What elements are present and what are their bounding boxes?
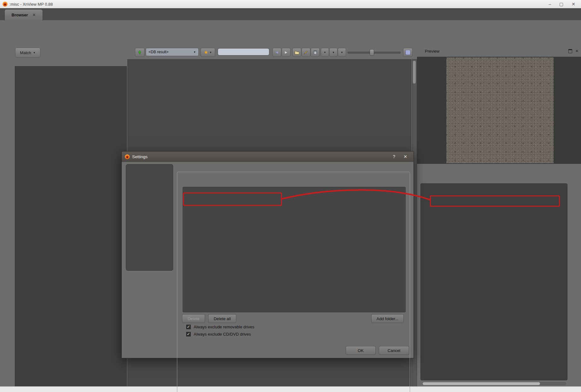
main-toolbar [0,30,581,45]
trash-icon [313,50,317,55]
delete-button-toolbar[interactable] [311,48,320,57]
db-result-value: <DB result> [149,50,168,54]
pencil-icon [304,50,308,55]
close-button[interactable]: ✕ [572,2,575,7]
dialog-help-button[interactable]: ? [393,154,395,159]
xnview-window: :misc - XnView MP 0.88 – ▢ ✕ Browser ✕ M… [0,0,581,392]
delete-all-button[interactable]: Delete all [208,314,236,323]
checkbox-icon[interactable]: ✓ [186,324,191,330]
history-back-button[interactable]: ◄ [273,48,281,57]
preview-image [446,57,554,163]
checkbox-removable-label: Always exclude removable drives [194,325,254,329]
excluded-paths-list [183,187,406,312]
star-icon: ★ [204,49,208,55]
match-label: Match [20,50,31,55]
thumbnail-size-slider-handle[interactable] [370,49,374,56]
new-folder-icon [295,50,299,55]
up-arrow-icon [138,50,142,55]
rename-button[interactable] [302,48,310,57]
thumbnail-size-button[interactable] [403,48,413,57]
checkbox-cddvd-label: Always exclude CD/DVD drives [194,332,251,337]
menu-bar [0,20,581,30]
settings-dialog-title: Settings [132,154,148,159]
properties-table [420,183,567,380]
tab-close-icon[interactable]: ✕ [32,13,36,17]
tab-browser-label: Browser [12,13,28,17]
new-folder-button[interactable] [292,48,301,57]
properties-hscrollbar[interactable] [422,382,566,385]
category-tree [15,66,126,69]
app-logo-icon [3,2,8,7]
sort-dropdown[interactable]: ▼ [321,48,329,57]
history-forward-button[interactable]: ► [282,48,290,57]
match-button[interactable]: Match ▼ [15,48,40,58]
tab-browser[interactable]: Browser ✕ [4,9,43,20]
checkbox-icon[interactable]: ✓ [186,331,191,337]
window-title: :misc - XnView MP 0.88 [9,2,53,7]
folder-up-button[interactable] [135,48,144,57]
cancel-button[interactable]: Cancel [379,346,409,355]
minimize-button[interactable]: – [549,2,551,7]
filter-search-input[interactable] [218,48,269,55]
grid-icon [406,50,410,55]
view-dropdown[interactable]: ▼ [338,48,346,57]
settings-dialog-titlebar[interactable]: Settings [122,152,414,162]
add-folder-button[interactable]: Add folder... [371,314,404,323]
title-bar: :misc - XnView MP 0.88 – ▢ ✕ [0,0,581,9]
settings-dialog-icon [125,154,130,159]
settings-nav-list [126,164,173,271]
preview-title: Preview [417,49,439,54]
preview-panel-header: Preview ✕ [417,46,581,56]
db-result-combo[interactable]: <DB result> ▼ [146,48,199,56]
checkbox-cddvd-drives[interactable]: ✓ Always exclude CD/DVD drives [186,331,251,337]
favorites-filter-button[interactable]: ★ ▼ [201,48,215,57]
filter-dropdown[interactable]: ▼ [329,48,337,57]
dialog-close-button[interactable]: ✕ [403,154,407,159]
close-panel-icon[interactable]: ✕ [575,49,578,53]
window-tab-bar: Browser ✕ [0,8,581,20]
checkbox-removable-drives[interactable]: ✓ Always exclude removable drives [186,324,254,330]
delete-path-button[interactable]: Delete [182,314,205,323]
float-panel-icon[interactable] [568,49,572,53]
ok-button[interactable]: OK [346,346,376,355]
maximize-button[interactable]: ▢ [559,2,563,7]
thumbnail-size-slider-track[interactable] [348,52,401,54]
settings-dialog: Settings ? ✕ Delete Delete all Add folde… [121,151,414,358]
categories-filter-panel [15,66,127,387]
